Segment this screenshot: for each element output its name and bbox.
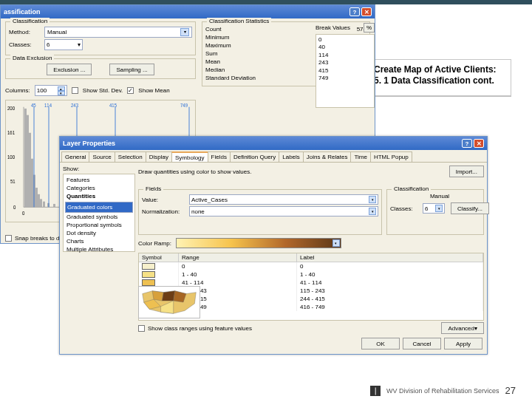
svg-rect-12 — [24, 109, 27, 207]
tab-general[interactable]: General — [61, 151, 89, 162]
class-method: Manual — [390, 193, 489, 200]
classes-label: Classes: — [390, 205, 420, 212]
footer: ❘ WV Division of Rehabilitation Services… — [370, 385, 516, 396]
close-icon[interactable]: ✕ — [361, 7, 372, 16]
tab-source[interactable]: Source — [89, 151, 115, 162]
svg-text:415: 415 — [109, 102, 117, 107]
tab-defquery[interactable]: Definition Query — [230, 151, 279, 162]
method-select[interactable]: Manual ▾ — [44, 27, 192, 38]
advanced-button[interactable]: Advanced ▾ — [441, 322, 484, 334]
show-quantities[interactable]: Quantities — [65, 192, 133, 200]
svg-text:243: 243 — [71, 102, 78, 107]
show-dot-density[interactable]: Dot density — [65, 229, 133, 237]
page-number: 27 — [505, 385, 516, 396]
show-grad-symbols[interactable]: Graduated symbols — [65, 213, 133, 221]
classification-group: Classification Method: Manual ▾ Classes:… — [5, 21, 196, 55]
tab-joins[interactable]: Joins & Relates — [303, 151, 352, 162]
show-list[interactable]: Features Categories Quantities Graduated… — [63, 174, 135, 252]
table-row[interactable]: 1 - 401 - 40 — [139, 270, 483, 279]
show-features[interactable]: Features — [65, 176, 133, 184]
show-mean-checkbox[interactable] — [127, 87, 134, 94]
method-label: Method: — [9, 29, 41, 35]
classification-legend: Classification — [392, 185, 431, 192]
label-cell: 115 - 243 — [297, 287, 483, 295]
range-cell: 1 - 40 — [179, 270, 297, 279]
tab-html[interactable]: HTML Popup — [370, 151, 412, 162]
data-exclusion-legend: Data Exclusion — [10, 55, 54, 61]
classes-input[interactable]: 6 ▾ — [44, 39, 83, 50]
footer-org: WV Division of Rehabilitation Services — [386, 387, 499, 395]
svg-text:100: 100 — [7, 154, 15, 159]
exclusion-button[interactable]: Exclusion ... — [47, 64, 92, 75]
th-range[interactable]: Range — [179, 253, 297, 262]
stats-legend: Classification Statistics — [207, 18, 271, 24]
apply-button[interactable]: Apply — [444, 338, 482, 349]
class-swatch — [142, 279, 155, 286]
svg-rect-18 — [38, 194, 40, 207]
columns-input[interactable]: 100 ▴▾ — [35, 85, 67, 96]
th-symbol[interactable]: Symbol — [139, 253, 179, 262]
label-cell: 1 - 40 — [297, 270, 483, 279]
show-grad-colors[interactable]: Graduated colors — [65, 202, 133, 213]
svg-rect-19 — [40, 199, 42, 207]
chevron-down-icon[interactable]: ▾ — [78, 41, 81, 48]
logo-icon: ❘ — [370, 386, 381, 396]
value-label: Value: — [142, 197, 186, 203]
sampling-button[interactable]: Sampling ... — [109, 64, 154, 75]
th-label[interactable]: Label — [297, 253, 483, 262]
svg-text:749: 749 — [180, 102, 188, 107]
chevron-down-icon[interactable]: ▾ — [369, 196, 376, 203]
spin-down-icon[interactable]: ▾ — [58, 91, 65, 95]
chevron-down-icon[interactable]: ▾ — [435, 205, 443, 212]
tab-display[interactable]: Display — [146, 151, 172, 162]
svg-text:45: 45 — [31, 102, 36, 107]
value-select[interactable]: Active_Cases▾ — [189, 194, 378, 205]
range-cell: 0 — [179, 262, 297, 270]
show-std-checkbox[interactable] — [72, 87, 78, 94]
percent-button[interactable]: % — [364, 23, 375, 33]
tab-labels[interactable]: Labels — [279, 151, 304, 162]
help-icon[interactable]: ? — [349, 7, 360, 16]
svg-rect-21 — [47, 203, 50, 207]
svg-rect-22 — [53, 204, 55, 207]
snap-checkbox[interactable] — [5, 235, 12, 242]
classes-select[interactable]: 6▾ — [423, 203, 445, 214]
show-ranges-checkbox[interactable] — [138, 325, 145, 332]
class-swatch — [142, 263, 155, 270]
left-area: Show: Features Categories Quantities Gra… — [63, 166, 135, 347]
color-ramp[interactable]: ▾ — [176, 238, 341, 248]
tab-selection[interactable]: Selection — [115, 151, 146, 162]
show-label: Show: — [63, 166, 135, 172]
label-cell: 41 - 114 — [297, 279, 483, 287]
show-mean-label: Show Mean — [138, 87, 169, 94]
show-charts[interactable]: Charts — [65, 237, 133, 245]
table-row[interactable]: 00 — [139, 262, 483, 270]
window-titlebar[interactable]: assification ? ✕ — [1, 5, 375, 18]
map-preview — [138, 286, 200, 318]
norm-label: Normalization: — [142, 208, 186, 215]
import-button[interactable]: Import... — [449, 166, 484, 177]
show-prop-symbols[interactable]: Proportional symbols — [65, 221, 133, 229]
label-cell: 244 - 415 — [297, 295, 483, 303]
svg-text:200: 200 — [7, 106, 15, 111]
close-icon[interactable]: ✕ — [474, 139, 484, 148]
ok-button[interactable]: OK — [361, 338, 400, 349]
tab-bar: General Source Selection Display Symbolo… — [60, 150, 487, 162]
layer-properties-window: Layer Properties ? ✕ General Source Sele… — [59, 136, 488, 355]
show-multi-attr[interactable]: Multiple Attributes — [65, 245, 133, 253]
classification-group: Classification Manual Classes: 6▾ Classi… — [386, 189, 484, 235]
chevron-down-icon[interactable]: ▾ — [369, 208, 376, 215]
tab-time[interactable]: Time — [350, 151, 370, 162]
svg-rect-15 — [31, 159, 33, 208]
help-icon[interactable]: ? — [462, 139, 472, 148]
tab-symbology[interactable]: Symbology — [171, 151, 208, 162]
classify-button[interactable]: Classify... — [451, 202, 489, 214]
show-categories[interactable]: Categories — [65, 184, 133, 192]
norm-select[interactable]: none▾ — [189, 206, 378, 216]
tab-fields[interactable]: Fields — [208, 151, 231, 162]
chevron-down-icon[interactable]: ▾ — [332, 239, 340, 247]
window-titlebar[interactable]: Layer Properties ? ✕ — [60, 137, 487, 150]
break-values-list[interactable]: 0 40 114 243 415 749 — [316, 34, 375, 108]
chevron-down-icon[interactable]: ▾ — [180, 28, 189, 36]
cancel-button[interactable]: Cancel — [403, 338, 441, 349]
